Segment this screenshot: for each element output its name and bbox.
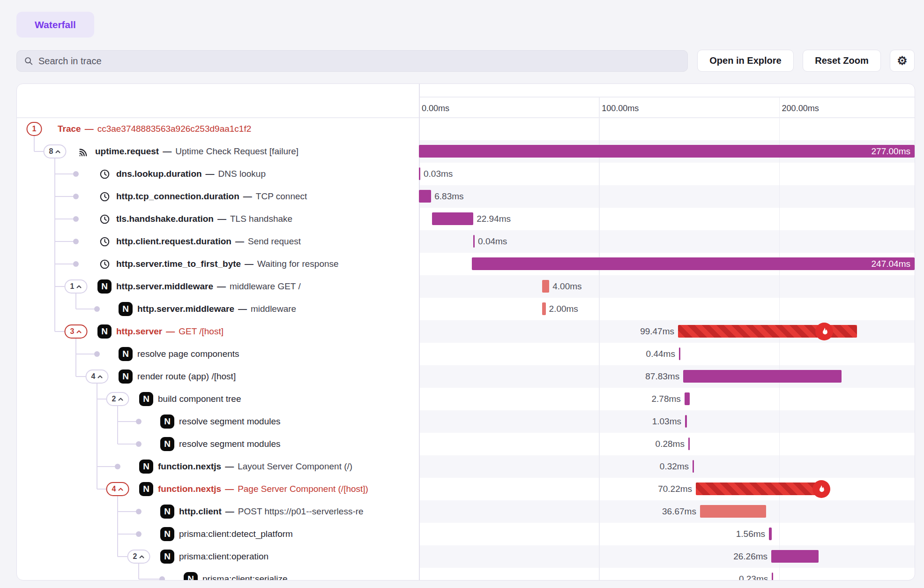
clock-duration-icon [99,191,111,203]
span-bar[interactable] [688,437,690,450]
span-description: Layout Server Component (/) [238,461,352,472]
expand-badge[interactable]: 2 [127,550,150,564]
span-row-label[interactable]: http.server.time_to_first_byte—Waiting f… [116,253,339,275]
tree-connector [117,489,118,557]
span-row-label[interactable]: uptime.request—Uptime Check Request [fai… [95,140,298,163]
span-row-label[interactable]: render route (app) /[host] [137,365,236,388]
span-bar[interactable] [685,415,687,428]
span-bar[interactable] [683,370,842,383]
badge-count: 4 [91,372,96,381]
time-tick: 0.00ms [422,104,449,113]
span-bar[interactable] [696,482,822,495]
tree-dot [136,509,142,514]
tab-waterfall[interactable]: Waterfall [16,12,94,38]
row-stripe [419,275,915,298]
expand-badge[interactable]: 4 [86,369,109,384]
chevron-up-icon [76,330,82,334]
span-description: Waiting for response [257,259,339,269]
badge-count: 1 [70,282,75,291]
span-row-label[interactable]: resolve page components [137,343,239,365]
span-bar[interactable] [419,167,420,180]
clock-duration-icon [97,257,112,271]
span-tree-panel: 1Trace—cc3ae3748883563a926c253d9aa1c1f28… [17,84,419,580]
dash-separator: — [213,281,230,292]
clock-duration-icon [97,167,112,181]
span-bar[interactable] [685,392,690,405]
span-row-label[interactable]: dns.lookup.duration—DNS lookup [116,163,266,185]
span-bar[interactable]: 247.04ms [472,257,915,270]
span-row-label[interactable]: http.server.middleware—middleware [137,298,296,320]
badge-count: 1 [32,125,37,133]
expand-badge[interactable]: 1 [65,279,88,294]
span-row-label[interactable]: http.server.middleware—middleware GET / [116,275,301,298]
span-bar[interactable] [419,190,431,203]
search-input[interactable] [38,56,681,67]
span-bar[interactable] [432,212,473,225]
expand-badge[interactable]: 4 [106,482,129,496]
span-bar[interactable] [772,573,773,580]
duration-label: 2.78ms [652,388,681,410]
clock-duration-icon [99,168,111,180]
span-bar[interactable] [473,235,475,248]
span-description: GET /[host] [179,326,224,337]
span-row-label[interactable]: http.client.request.duration—Send reques… [116,230,301,253]
span-row-label[interactable]: resolve segment modules [179,410,281,433]
row-stripe [419,545,915,568]
flame-icon [820,327,829,337]
expand-badge[interactable]: 2 [106,392,129,406]
span-row-label[interactable]: build component tree [158,388,241,410]
settings-button[interactable]: ⚙ [890,50,915,72]
span-row-label[interactable]: prisma:client:operation [179,545,268,568]
chevron-up-icon [97,375,103,379]
duration-label: 36.67ms [662,500,696,523]
span-row-label[interactable]: http.tcp_connection.duration—TCP connect [116,185,307,208]
span-name: dns.lookup.duration [116,169,202,179]
expand-badge[interactable]: 3 [65,324,88,339]
span-bar[interactable] [693,460,694,473]
span-row-label[interactable]: function.nextjs—Layout Server Component … [158,455,352,478]
span-bar[interactable] [700,505,766,518]
open-in-explore-button[interactable]: Open in Explore [697,50,794,72]
duration-label: 0.23ms [739,568,768,580]
span-row-label[interactable]: http.server—GET /[host] [116,320,224,343]
dash-separator: — [159,146,175,157]
badge-count: 3 [70,327,75,336]
tree-dot [115,464,120,469]
duration-label: 4.00ms [552,275,581,298]
span-bar[interactable] [679,347,680,360]
span-bar[interactable] [771,550,819,563]
span-row-label[interactable]: prisma:client:detect_platform [179,523,293,545]
duration-label: 6.83ms [434,185,463,208]
span-bar[interactable] [769,528,772,540]
span-bar[interactable]: 277.00ms [419,145,915,158]
span-row-label[interactable]: Trace—cc3ae3748883563a926c253d9aa1c1f2 [58,118,251,140]
sentry-uptime-icon [77,145,90,158]
span-bar[interactable] [542,302,546,315]
duration-label: 26.26ms [733,545,768,568]
span-name: resolve segment modules [179,439,281,449]
dash-separator: — [234,304,251,314]
dash-separator: — [239,191,256,202]
sentry-uptime-icon [76,144,90,158]
expand-badge[interactable]: 1 [27,122,42,136]
span-name: function.nextjs [158,484,221,494]
reset-zoom-button[interactable]: Reset Zoom [803,50,881,72]
time-tick: 100.00ms [602,104,639,113]
search-bar[interactable] [16,50,688,72]
span-row-label[interactable]: resolve segment modules [179,433,281,455]
span-row-label[interactable]: tls.handshake.duration—TLS handshake [116,208,292,230]
span-row-label[interactable]: prisma:client:serialize [202,568,288,580]
nextjs-icon: N [97,324,112,339]
row-stripe [419,185,915,208]
expand-badge[interactable]: 8 [44,144,67,158]
span-name: http.server [116,326,162,337]
span-row-label[interactable]: http.client—POST https://p01--serverless… [179,500,364,523]
span-row-label[interactable]: function.nextjs—Page Server Component (/… [158,478,368,500]
clock-duration-icon [97,189,112,204]
dash-separator: — [222,506,238,517]
span-bar[interactable] [542,280,549,293]
nextjs-icon: N [97,279,112,294]
duration-label: 1.56ms [736,523,765,545]
span-name: http.client.request.duration [116,236,231,247]
dash-separator: — [162,326,179,337]
